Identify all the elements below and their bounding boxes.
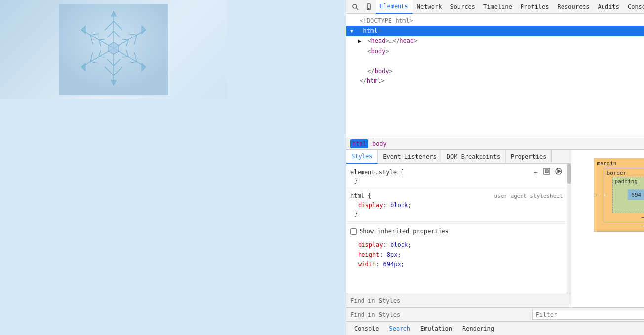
- devtools-toolbar: Elements Network Sources Timeline Profil…: [346, 0, 644, 14]
- tree-triangle-html[interactable]: [350, 27, 356, 36]
- inherited-checkbox-row: Show inherited properties: [350, 226, 563, 237]
- tab-elements[interactable]: Elements: [376, 0, 413, 14]
- elements-tree[interactable]: <!DOCTYPE html> <html> <head>…</head> <b…: [346, 14, 644, 138]
- svg-rect-48: [545, 170, 548, 173]
- tab-styles[interactable]: Styles: [346, 150, 378, 164]
- styles-panel: Styles Event Listeners DOM Breakpoints P…: [346, 150, 571, 307]
- devtools-tabs: Elements Network Sources Timeline Profil…: [376, 0, 644, 13]
- margin-label: margin: [597, 160, 617, 167]
- computed-display: display: block;: [350, 240, 563, 250]
- svg-point-38: [368, 8, 369, 9]
- style-block-header-element: element.style { +: [350, 168, 563, 176]
- style-property-display: display: block;: [350, 200, 563, 210]
- tab-resources[interactable]: Resources: [554, 0, 594, 14]
- style-source-label: user agent stylesheet: [494, 193, 563, 199]
- filter-input[interactable]: [532, 310, 644, 320]
- find-in-styles-label: Find in Styles: [350, 298, 400, 304]
- tab-profiles[interactable]: Profiles: [517, 0, 554, 14]
- main-area: Elements Network Sources Timeline Profil…: [0, 0, 644, 335]
- styles-content-area: element.style { +: [346, 164, 571, 294]
- box-content: 694 × 8: [627, 190, 644, 200]
- bottom-panel: Styles Event Listeners DOM Breakpoints P…: [346, 149, 644, 307]
- box-padding: padding- 694 × 8: [612, 177, 644, 213]
- inspect-style-btn[interactable]: [542, 168, 551, 176]
- tab-network[interactable]: Network: [413, 0, 446, 14]
- style-block-header-html: html { user agent stylesheet: [350, 192, 563, 199]
- tab-console-bottom[interactable]: Console: [350, 322, 383, 335]
- style-separator-2: [346, 221, 567, 222]
- margin-left-val: −: [596, 192, 600, 198]
- svg-marker-50: [558, 170, 561, 173]
- style-block-html: html { user agent stylesheet display: bl…: [346, 190, 567, 219]
- styles-scrollbar[interactable]: [567, 164, 571, 294]
- tab-search-bottom[interactable]: Search: [385, 322, 414, 335]
- find-in-styles-label-bottom: Find in Styles: [350, 311, 400, 318]
- box-model-container: margin − − − − border − − − −: [571, 150, 644, 240]
- play-style-btn[interactable]: [554, 168, 563, 176]
- computed-height: height: 8px;: [350, 250, 563, 260]
- svg-line-36: [357, 8, 359, 10]
- mobile-icon-button[interactable]: [362, 0, 376, 14]
- show-inherited-checkbox[interactable]: [350, 228, 357, 235]
- add-style-btn[interactable]: +: [533, 168, 539, 176]
- tree-html-close[interactable]: </html>: [346, 76, 644, 86]
- tab-audits[interactable]: Audits: [594, 0, 624, 14]
- box-model-scroll-area: [571, 240, 644, 307]
- breadcrumb-bar: html body: [346, 138, 644, 149]
- filter-area: [532, 310, 644, 320]
- border-label: border: [607, 170, 627, 176]
- search-icon-button[interactable]: [348, 0, 362, 14]
- show-inherited-label: Show inherited properties: [360, 228, 449, 235]
- border-left-val: −: [605, 192, 609, 198]
- inherited-section: Show inherited properties: [346, 223, 567, 239]
- style-separator-1: [346, 188, 567, 188]
- tree-body[interactable]: <body>: [346, 46, 644, 56]
- styles-scrollbar-thumb[interactable]: [567, 164, 571, 184]
- tab-event-listeners[interactable]: Event Listeners: [378, 150, 442, 164]
- tab-timeline[interactable]: Timeline: [480, 0, 517, 14]
- style-block-add-buttons: +: [533, 168, 563, 176]
- svg-point-35: [353, 4, 357, 8]
- tab-rendering-bottom[interactable]: Rendering: [458, 322, 498, 335]
- tree-doctype: <!DOCTYPE html>: [346, 16, 644, 26]
- find-in-styles-area: Find in Styles: [350, 311, 528, 318]
- tab-properties[interactable]: Properties: [506, 150, 552, 164]
- tree-head[interactable]: <head>…</head>: [346, 36, 644, 46]
- tab-dom-breakpoints[interactable]: DOM Breakpoints: [442, 150, 506, 164]
- devtools-panel: Elements Network Sources Timeline Profil…: [346, 0, 644, 335]
- tree-body-close[interactable]: </body>: [346, 66, 644, 76]
- filter-bar: Find in Styles: [346, 307, 644, 321]
- computed-width: width: 694px;: [350, 260, 563, 269]
- tree-triangle-head[interactable]: [358, 37, 364, 46]
- find-in-styles-bar: Find in Styles: [346, 294, 571, 307]
- tab-emulation-bottom[interactable]: Emulation: [416, 322, 456, 335]
- styles-tabs: Styles Event Listeners DOM Breakpoints P…: [346, 150, 571, 164]
- breadcrumb-body[interactable]: body: [370, 139, 389, 148]
- tab-console[interactable]: Console: [624, 0, 644, 14]
- tree-empty-line: [346, 56, 644, 66]
- box-model-panel: margin − − − − border − − − −: [571, 150, 644, 307]
- styles-content: element.style { +: [346, 164, 567, 294]
- margin-bottom-val: −: [641, 223, 644, 229]
- snowflake-image: [0, 0, 227, 99]
- box-model-diagram: margin − − − − border − − − −: [594, 158, 644, 232]
- border-bottom-val: −: [641, 214, 644, 221]
- style-block-element: element.style { +: [346, 166, 567, 186]
- tab-sources[interactable]: Sources: [446, 0, 480, 14]
- computed-props: display: block; height: 8px; width: 694p…: [346, 239, 567, 270]
- padding-label: padding-: [615, 178, 641, 185]
- tree-html[interactable]: <html>: [346, 26, 644, 36]
- bottom-toolbar: Console Search Emulation Rendering: [346, 321, 644, 335]
- page-area: [0, 0, 346, 335]
- svg-marker-28: [109, 42, 119, 54]
- breadcrumb-html[interactable]: html: [350, 139, 368, 148]
